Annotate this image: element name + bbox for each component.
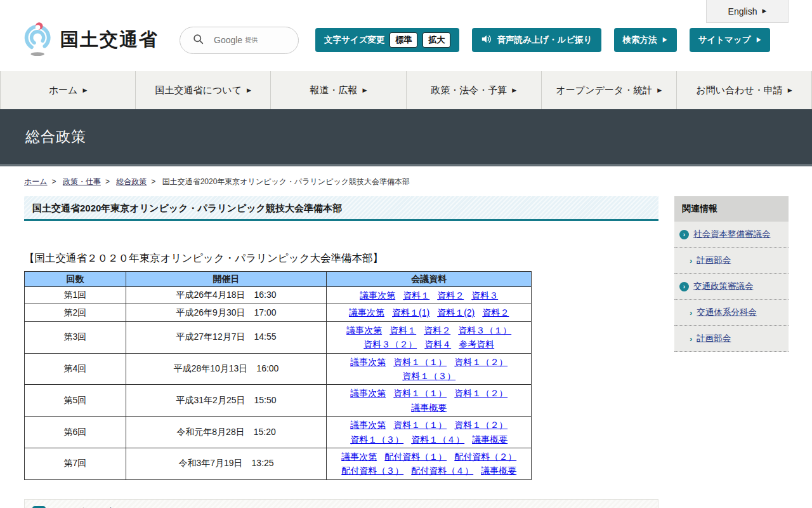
breadcrumb-link[interactable]: 政策・仕事 [63, 177, 101, 186]
sidebar-sub-item[interactable]: › 計画部会 [674, 248, 789, 274]
document-link[interactable]: 議事次第 [346, 325, 382, 335]
table-row: 第5回 平成31年2月25日 15:50 議事次第資料１（１）資料１（２）議事概… [25, 385, 532, 417]
nav-item-label: 国土交通省について [155, 84, 242, 97]
chevron-icon: › [690, 334, 692, 344]
sidebar-sub-item[interactable]: › 計画部会 [674, 326, 789, 352]
chevron-right-icon: ▶ [788, 88, 792, 93]
chevron-right-icon: ▶ [756, 37, 761, 43]
document-link[interactable]: 資料３（２） [363, 339, 417, 349]
document-link[interactable]: 資料１(1) [392, 307, 429, 318]
nav-item[interactable]: 政策・法令・予算 ▶ [406, 71, 541, 109]
font-size-button[interactable]: 文字サイズ変更 標準 拡大 [315, 28, 459, 52]
document-link[interactable]: 資料１(2) [437, 307, 475, 318]
document-link[interactable]: 資料１（３） [350, 434, 403, 444]
sitemap-button[interactable]: サイトマップ ▶ [690, 28, 771, 52]
sidebar-link[interactable]: 交通体系分科会 [697, 307, 757, 318]
col-header-date: 開催日 [126, 272, 327, 287]
meeting-number-cell: 第1回 [25, 287, 126, 304]
document-link[interactable]: 資料４ [424, 339, 451, 349]
nav-item-label: ホーム [49, 84, 78, 97]
english-label: English [728, 6, 757, 17]
sitemap-label: サイトマップ [698, 34, 751, 46]
document-link[interactable]: 参考資料 [459, 339, 494, 349]
meeting-date-cell: 令和3年7月19日 13:25 [126, 448, 327, 479]
document-link[interactable]: 資料１ [403, 290, 429, 300]
meeting-number-cell: 第6回 [25, 417, 126, 448]
document-link[interactable]: 議事次第 [349, 307, 384, 318]
breadcrumb-link[interactable]: ホーム [24, 177, 48, 186]
sidebar-item[interactable]: › 交通政策審議会 [674, 274, 789, 300]
document-link[interactable]: 資料２ [482, 307, 509, 318]
search-method-button[interactable]: 検索方法 ▶ [614, 28, 677, 52]
meeting-number-cell: 第2回 [25, 304, 126, 321]
document-link[interactable]: 配付資料（１） [384, 451, 447, 462]
chevron-right-icon: ▶ [657, 88, 662, 93]
document-link[interactable]: 資料１（３） [402, 371, 455, 381]
document-link[interactable]: 議事概要 [411, 403, 447, 413]
col-header-kai: 回数 [25, 272, 126, 287]
table-row: 第2回 平成26年9月30日 17:00 議事次第資料１(1)資料１(2)資料２ [25, 304, 532, 321]
table-header-row: 回数 開催日 会議資料 [25, 272, 532, 287]
chevron-icon: › [690, 308, 692, 318]
breadcrumb-link[interactable]: 総合政策 [116, 177, 147, 186]
document-link[interactable]: 議事概要 [481, 465, 516, 476]
document-link[interactable]: 配付資料（３） [341, 465, 403, 476]
document-link[interactable]: 配付資料（４） [411, 465, 473, 476]
meeting-number-cell: 第5回 [25, 385, 126, 417]
nav-item[interactable]: 国土交通省について ▶ [135, 71, 270, 109]
document-link[interactable]: 議事次第 [341, 451, 377, 462]
document-link[interactable]: 資料２ [437, 290, 464, 300]
document-link[interactable]: 資料１（１） [393, 388, 447, 398]
meeting-number-cell: 第7回 [25, 448, 126, 479]
document-link[interactable]: 資料２ [424, 325, 450, 335]
chevron-right-icon: ▶ [247, 88, 251, 93]
document-link[interactable]: 議事次第 [350, 357, 386, 367]
meeting-materials-cell: 議事次第資料１資料２資料３（１）資料３（２）資料４参考資料 [327, 321, 532, 353]
nav-item[interactable]: お問い合わせ・申請 ▶ [676, 71, 812, 109]
document-link[interactable]: 資料１（１） [393, 420, 447, 430]
sidebar-item[interactable]: › 社会資本整備審議会 [674, 222, 789, 248]
table-row: 第3回 平成27年12月7日 14:55 議事次第資料１資料２資料３（１）資料３… [25, 321, 532, 353]
sidebar-link[interactable]: 交通政策審議会 [693, 281, 754, 292]
circle-chevron-icon: › [679, 230, 689, 239]
document-link[interactable]: 配付資料（２） [454, 451, 516, 462]
document-link[interactable]: 資料１（４） [411, 434, 464, 444]
chevron-right-icon: ▶ [362, 88, 367, 93]
search-provider-label: Google [214, 35, 242, 45]
sidebar-link[interactable]: 計画部会 [697, 255, 731, 266]
chevron-right-icon: ▶ [512, 88, 516, 93]
sidebar-link[interactable]: 計画部会 [697, 333, 731, 344]
font-size-label: 文字サイズ変更 [324, 34, 384, 46]
document-link[interactable]: 議事次第 [360, 290, 395, 300]
nav-item[interactable]: オープンデータ・統計 ▶ [541, 71, 676, 109]
nav-item-label: 報道・広報 [310, 84, 357, 97]
document-link[interactable]: 資料１（２） [454, 388, 508, 398]
document-link[interactable]: 議事次第 [350, 388, 386, 398]
site-search-box[interactable]: Google 提供 [180, 27, 299, 54]
document-link[interactable]: 議事次第 [350, 420, 386, 430]
related-info-sidebar: 関連情報 › 社会資本整備審議会 › 計画部会 › 交通政策審議会 › 交通体系… [674, 196, 789, 352]
font-size-enlarge-chip[interactable]: 拡大 [422, 32, 450, 48]
sidebar-sub-item[interactable]: › 交通体系分科会 [674, 300, 789, 326]
table-row: 第1回 平成26年4月18日 16:30 議事次第資料１資料２資料３ [25, 287, 532, 304]
search-icon [193, 34, 204, 47]
document-link[interactable]: 資料１（２） [454, 420, 508, 430]
document-link[interactable]: 議事概要 [472, 434, 508, 444]
sidebar-title: 関連情報 [674, 196, 789, 222]
circle-chevron-icon: › [679, 282, 689, 291]
document-link[interactable]: 資料３（１） [458, 325, 511, 335]
english-button[interactable]: English ▶ [706, 0, 789, 23]
chevron-right-icon: ▶ [662, 37, 668, 43]
nav-item[interactable]: ホーム ▶ [0, 71, 135, 109]
mlit-logo-icon [22, 20, 54, 60]
document-link[interactable]: 資料１（２） [454, 357, 508, 367]
document-link[interactable]: 資料３ [471, 290, 498, 300]
table-row: 第7回 令和3年7月19日 13:25 議事次第配付資料（１）配付資料（２）配付… [25, 448, 532, 479]
nav-item[interactable]: 報道・広報 ▶ [270, 71, 405, 109]
document-link[interactable]: 資料１ [390, 325, 416, 335]
mlit-logo[interactable]: 国土交通省 [22, 20, 159, 60]
sidebar-link[interactable]: 社会資本整備審議会 [693, 229, 771, 240]
font-size-standard-chip[interactable]: 標準 [390, 32, 417, 48]
document-link[interactable]: 資料１（１） [393, 357, 447, 367]
audio-reading-button[interactable]: 音声読み上げ・ルビ振り [472, 28, 601, 52]
